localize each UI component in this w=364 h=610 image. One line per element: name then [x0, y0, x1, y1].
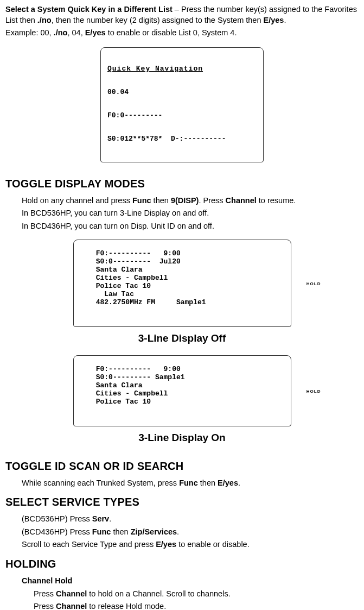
- holding-sub: Channel Hold: [22, 576, 359, 587]
- intro-example: Example: 00, ./no, 04, E/yes to enable o…: [5, 28, 359, 39]
- hold-p1: Press Channel to hold on a Channel. Scro…: [34, 589, 359, 600]
- lcd-off-l7: 482.2750MHz FM Sample1: [96, 298, 206, 306]
- tdm-p2: In BCD536HP, you can turn 3-Line Display…: [22, 208, 359, 219]
- tid-p1: While scanning each Trunked System, pres…: [22, 478, 359, 489]
- heading-holding: HOLDING: [5, 557, 359, 571]
- hold-badge-on: HOLD: [306, 389, 321, 394]
- caption-off: 3-Line Display Off: [5, 331, 359, 345]
- hold-badge-off: HOLD: [306, 281, 321, 286]
- lcd-quickkey-wrap: Quick Key Navigation 00.04 F0:0---------…: [5, 47, 359, 162]
- intro-bold2: E/yes: [264, 16, 284, 24]
- intro-bold1: ./no: [37, 16, 52, 24]
- lcd-off-l1: F0:---------- 9:00: [96, 249, 181, 257]
- lcd1-title: Quick Key Navigation: [107, 65, 257, 73]
- lcd-on-l2: S0:0--------- Sample1: [96, 373, 185, 381]
- tdm-p1: Hold on any channel and press Func then …: [22, 196, 359, 206]
- heading-toggle-id: TOGGLE ID SCAN OR ID SEARCH: [5, 459, 359, 474]
- heading-service-types: SELECT SERVICE TYPES: [5, 495, 359, 510]
- heading-toggle-display: TOGGLE DISPLAY MODES: [5, 177, 359, 191]
- lcd1-l1: 00.04: [107, 89, 257, 96]
- intro-end: .: [284, 16, 286, 24]
- intro-mid: , then the number key (2 digits) assigne…: [52, 16, 264, 24]
- intro-paragraph-1: Select a System Quick Key in a Different…: [5, 4, 359, 26]
- lcd-off-l3: Santa Clara: [96, 266, 143, 274]
- lcd-on-b2: Cities - Campbell: [96, 389, 168, 398]
- lcd-off-l4: Cities - Campbell: [96, 274, 168, 282]
- hold-p2: Press Channel to release Hold mode.: [34, 601, 359, 610]
- st-p2: (BCD436HP) Press Func then Zip/Services.: [22, 527, 359, 538]
- lcd-on-b1: Santa Clara: [96, 381, 143, 389]
- lcd-on-wrap: F0:---------- 9:00 S0:0--------- Sample1…: [5, 355, 359, 427]
- lcd-on: F0:---------- 9:00 S0:0--------- Sample1…: [73, 355, 291, 427]
- tdm-p3: In BCD436HP, you can turn on Disp. Unit …: [22, 221, 359, 232]
- lcd-on-l1: F0:---------- 9:00: [96, 365, 181, 373]
- lcd-off-l2: S0:0--------- Jul20: [96, 257, 181, 266]
- st-p3: Scroll to each Service Type and press E/…: [22, 539, 359, 550]
- caption-on: 3-Line Display On: [5, 431, 359, 445]
- lcd-off-wrap: F0:---------- 9:00 S0:0--------- Jul20 S…: [5, 240, 359, 327]
- lcd-off: F0:---------- 9:00 S0:0--------- Jul20 S…: [73, 240, 291, 327]
- lcd-off-big: Police Tac 10: [96, 282, 151, 290]
- lcd-on-b3: Police Tac 10: [96, 398, 151, 406]
- intro-lead-bold: Select a System Quick Key in a Different…: [5, 5, 173, 14]
- lcd-off-l6: Law Tac: [96, 290, 134, 298]
- lcd-quickkey: Quick Key Navigation 00.04 F0:0---------…: [100, 47, 264, 162]
- lcd1-l2: F0:0---------: [107, 112, 257, 120]
- st-p1: (BCD536HP) Press Serv.: [22, 514, 359, 525]
- lcd1-l3: S0:012**5*78* D-:----------: [107, 135, 257, 143]
